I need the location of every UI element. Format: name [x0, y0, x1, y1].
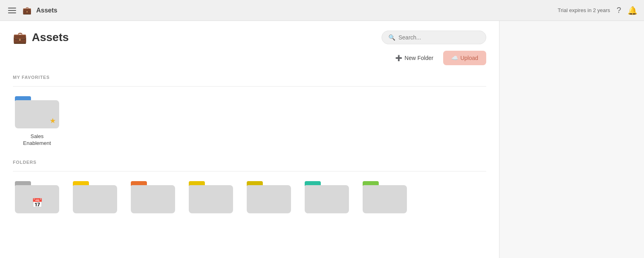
favorites-grid: ★ SalesEnablement — [13, 93, 486, 147]
folder-shape — [305, 181, 349, 213]
list-item[interactable]: ★ SalesEnablement — [13, 93, 61, 147]
list-item[interactable] — [303, 178, 351, 218]
new-folder-label: New Folder — [405, 55, 433, 61]
content-title-area: 💼 Assets — [13, 31, 69, 44]
upload-label: Upload — [460, 55, 478, 61]
list-item[interactable]: 📅 — [13, 178, 61, 218]
nav-left: 💼 Assets — [6, 6, 57, 15]
content-area: 💼 Assets 🔍 ➕ New Folder ☁️ Upload MY FAV… — [0, 21, 499, 258]
folder-shape — [363, 181, 407, 213]
content-header: 💼 Assets 🔍 — [13, 31, 486, 44]
folder-label: SalesEnablement — [23, 133, 51, 147]
trial-text: Trial expires in 2 years — [558, 7, 610, 13]
folder-shape: 📅 — [15, 181, 59, 213]
folder-shape — [189, 181, 233, 213]
toolbar-row: ➕ New Folder ☁️ Upload — [13, 51, 486, 65]
folder-body — [131, 185, 175, 213]
folder-body: 📅 — [15, 185, 59, 213]
favorites-divider — [13, 86, 486, 87]
folder-icon — [303, 178, 351, 214]
new-folder-button[interactable]: ➕ New Folder — [390, 52, 438, 64]
folder-icon — [187, 178, 235, 214]
favorites-section-label: MY FAVORITES — [13, 75, 486, 80]
list-item[interactable] — [71, 178, 119, 218]
folder-body — [247, 185, 291, 213]
folder-body — [363, 185, 407, 213]
nav-briefcase-icon: 💼 — [23, 6, 31, 15]
folder-icon — [129, 178, 177, 214]
folders-grid: 📅 — [13, 178, 486, 218]
folders-divider — [13, 171, 486, 171]
folder-body — [305, 185, 349, 213]
top-navigation: 💼 Assets Trial expires in 2 years ? 🔔 — [0, 0, 644, 21]
upload-button[interactable]: ☁️ Upload — [443, 51, 486, 65]
star-icon: ★ — [50, 116, 56, 125]
folder-icon: ★ — [13, 93, 61, 129]
search-input[interactable] — [398, 34, 479, 41]
folder-body — [189, 185, 233, 213]
folder-body: ★ — [15, 100, 59, 128]
page-title: Assets — [32, 31, 69, 44]
calendar-icon: 📅 — [32, 198, 43, 208]
list-item[interactable] — [129, 178, 177, 218]
new-folder-icon: ➕ — [395, 55, 402, 61]
folder-icon: 📅 — [13, 178, 61, 214]
folder-icon — [245, 178, 293, 214]
nav-title: Assets — [36, 7, 57, 14]
folders-section: FOLDERS 📅 — [13, 160, 486, 218]
list-item[interactable] — [361, 178, 409, 218]
folder-icon — [361, 178, 409, 214]
folder-shape — [131, 181, 175, 213]
folder-icon — [71, 178, 119, 214]
list-item[interactable] — [245, 178, 293, 218]
right-panel — [499, 21, 644, 258]
upload-icon: ☁️ — [451, 55, 458, 61]
search-icon: 🔍 — [388, 34, 395, 41]
search-bar[interactable]: 🔍 — [382, 31, 486, 44]
folder-shape — [73, 181, 117, 213]
hamburger-menu[interactable] — [6, 6, 18, 15]
folders-section-label: FOLDERS — [13, 160, 486, 165]
folder-shape: ★ — [15, 96, 59, 128]
favorites-section: MY FAVORITES ★ SalesEnablement — [13, 75, 486, 147]
help-icon[interactable]: ? — [617, 6, 621, 15]
content-briefcase-icon: 💼 — [13, 31, 27, 44]
bell-icon[interactable]: 🔔 — [627, 6, 638, 15]
folder-body — [73, 185, 117, 213]
list-item[interactable] — [187, 178, 235, 218]
nav-right: Trial expires in 2 years ? 🔔 — [558, 6, 638, 15]
folder-shape — [247, 181, 291, 213]
main-content: 💼 Assets 🔍 ➕ New Folder ☁️ Upload MY FAV… — [0, 21, 644, 258]
